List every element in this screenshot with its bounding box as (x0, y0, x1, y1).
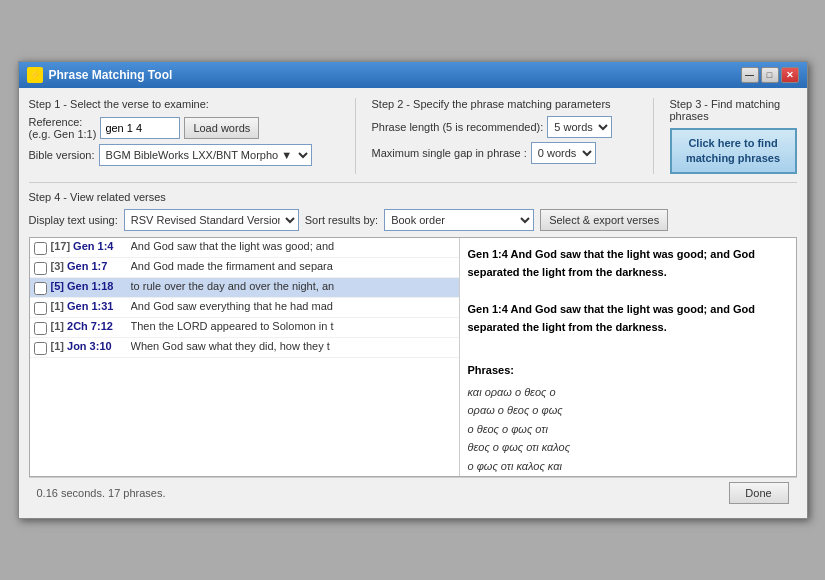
export-button[interactable]: Select & export verses (540, 209, 668, 231)
item-ref-1: [3] Gen 1:7 (51, 260, 131, 272)
list-item[interactable]: [1] Jon 3:10 When God saw what they did,… (30, 338, 459, 358)
item-checkbox-4[interactable] (34, 322, 47, 335)
separator1 (355, 98, 356, 175)
status-text: 0.16 seconds. 17 phrases. (37, 487, 166, 499)
results-list: [17] Gen 1:4 And God saw that the light … (30, 238, 460, 476)
max-gap-select[interactable]: 0 words (531, 142, 596, 164)
list-item[interactable]: [3] Gen 1:7 And God made the firmament a… (30, 258, 459, 278)
title-bar: ⚡ Phrase Matching Tool — □ ✕ (19, 62, 807, 88)
list-item[interactable]: [5] Gen 1:18 to rule over the day and ov… (30, 278, 459, 298)
max-gap-label: Maximum single gap in phrase : (372, 147, 527, 159)
load-words-button[interactable]: Load words (184, 117, 259, 139)
main-panels: [17] Gen 1:4 And God saw that the light … (29, 237, 797, 477)
item-checkbox-0[interactable] (34, 242, 47, 255)
main-window: ⚡ Phrase Matching Tool — □ ✕ Step 1 - Se… (18, 61, 808, 520)
item-ref-0: [17] Gen 1:4 (51, 240, 131, 252)
item-text-4: Then the LORD appeared to Solomon in t (131, 320, 334, 332)
item-text-0: And God saw that the light was good; and (131, 240, 335, 252)
phrase-btn-line2: matching phrases (686, 152, 780, 164)
item-checkbox-1[interactable] (34, 262, 47, 275)
item-text-3: And God saw everything that he had mad (131, 300, 333, 312)
sort-label: Sort results by: (305, 214, 378, 226)
item-text-5: When God saw what they did, how they t (131, 340, 330, 352)
status-bar: 0.16 seconds. 17 phrases. Done (29, 477, 797, 508)
phrase-length-row: Phrase length (5 is recommended): 5 word… (372, 116, 637, 138)
verse1-text: And God saw that the light was good; and… (468, 248, 755, 278)
step4-label: Step 4 - View related verses (29, 191, 797, 203)
title-bar-left: ⚡ Phrase Matching Tool (27, 67, 173, 83)
phrase-0: και οραω ο θεος ο (468, 384, 788, 402)
reference-row: Reference:(e.g. Gen 1:1) Load words (29, 116, 339, 140)
step3-panel: Step 3 - Find matching phrases Click her… (670, 98, 797, 175)
phrase-2: ο θεος ο φως οτι (468, 421, 788, 439)
phrase-btn-line1: Click here to find (688, 137, 777, 149)
reference-label: Reference:(e.g. Gen 1:1) (29, 116, 97, 140)
display-version-select[interactable]: RSV Revised Standard Version (15 (124, 209, 299, 231)
step2-panel: Step 2 - Specify the phrase matching par… (372, 98, 637, 168)
list-item[interactable]: [17] Gen 1:4 And God saw that the light … (30, 238, 459, 258)
step3-label: Step 3 - Find matching phrases (670, 98, 797, 122)
item-checkbox-3[interactable] (34, 302, 47, 315)
sort-select[interactable]: Book order (384, 209, 534, 231)
phrase-4: ο φως οτι καλος και (468, 458, 788, 476)
verse2-text: And God saw that the light was good; and… (468, 303, 755, 333)
reference-input[interactable] (100, 117, 180, 139)
verse1-heading: Gen 1:4 And God saw that the light was g… (468, 246, 788, 281)
maximize-button[interactable]: □ (761, 67, 779, 83)
display-text-label: Display text using: (29, 214, 118, 226)
item-ref-4: [1] 2Ch 7:12 (51, 320, 131, 332)
item-ref-5: [1] Jon 3:10 (51, 340, 131, 352)
list-item[interactable]: [1] Gen 1:31 And God saw everything that… (30, 298, 459, 318)
right-content: Gen 1:4 And God saw that the light was g… (468, 246, 788, 476)
item-ref-2: [5] Gen 1:18 (51, 280, 131, 292)
bible-version-row: Bible version: BGM BibleWorks LXX/BNT Mo… (29, 144, 339, 166)
done-button[interactable]: Done (729, 482, 789, 504)
item-checkbox-5[interactable] (34, 342, 47, 355)
title-buttons: — □ ✕ (741, 67, 799, 83)
display-options-row: Display text using: RSV Revised Standard… (29, 209, 797, 231)
window-title: Phrase Matching Tool (49, 68, 173, 82)
separator2 (653, 98, 654, 175)
bible-version-select[interactable]: BGM BibleWorks LXX/BNT Morpho ▼ (99, 144, 312, 166)
phrases-label: Phrases: (468, 362, 788, 380)
phrase-1: οραω ο θεος ο φως (468, 402, 788, 420)
minimize-button[interactable]: — (741, 67, 759, 83)
app-icon: ⚡ (27, 67, 43, 83)
item-ref-3: [1] Gen 1:31 (51, 300, 131, 312)
step2-label: Step 2 - Specify the phrase matching par… (372, 98, 637, 110)
item-text-1: And God made the firmament and separa (131, 260, 333, 272)
step-divider (29, 182, 797, 183)
max-gap-row: Maximum single gap in phrase : 0 words (372, 142, 637, 164)
right-panel: Gen 1:4 And God saw that the light was g… (460, 238, 796, 476)
item-text-2: to rule over the day and over the night,… (131, 280, 335, 292)
main-content: Step 1 - Select the verse to examine: Re… (19, 88, 807, 519)
bible-version-label: Bible version: (29, 149, 95, 161)
list-item[interactable]: [1] 2Ch 7:12 Then the LORD appeared to S… (30, 318, 459, 338)
close-button[interactable]: ✕ (781, 67, 799, 83)
phrase-length-label: Phrase length (5 is recommended): (372, 121, 544, 133)
steps-row: Step 1 - Select the verse to examine: Re… (29, 98, 797, 175)
phrase-length-select[interactable]: 5 words (547, 116, 612, 138)
step1-panel: Step 1 - Select the verse to examine: Re… (29, 98, 339, 170)
item-checkbox-2[interactable] (34, 282, 47, 295)
verse2-heading: Gen 1:4 And God saw that the light was g… (468, 301, 788, 336)
step4-panel: Step 4 - View related verses Display tex… (29, 191, 797, 231)
phrase-3: θεος ο φως οτι καλος (468, 439, 788, 457)
find-matching-phrases-button[interactable]: Click here to find matching phrases (670, 128, 797, 175)
step1-label: Step 1 - Select the verse to examine: (29, 98, 339, 110)
